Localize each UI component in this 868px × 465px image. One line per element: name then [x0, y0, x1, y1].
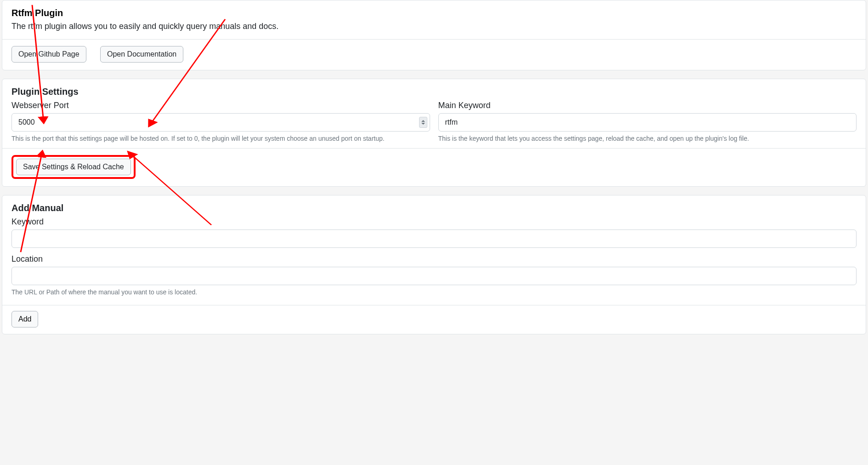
add-manual-location-input[interactable] — [11, 267, 857, 285]
plugin-title: Rtfm Plugin — [11, 8, 857, 18]
chevron-up-icon — [421, 120, 425, 122]
annotation-highlight-box: Save Settings & Reload Cache — [11, 155, 136, 179]
plugin-subtitle: The rtfm plugin allows you to easily and… — [11, 20, 857, 33]
plugin-header-card: Rtfm Plugin The rtfm plugin allows you t… — [2, 0, 866, 70]
main-keyword-help: This is the keyword that lets you access… — [438, 134, 857, 144]
webserver-port-help: This is the port that this settings page… — [11, 134, 430, 144]
open-documentation-button[interactable]: Open Documentation — [100, 46, 183, 63]
chevron-down-icon — [421, 123, 425, 125]
save-settings-button[interactable]: Save Settings & Reload Cache — [16, 159, 131, 175]
webserver-port-input[interactable] — [11, 113, 430, 132]
webserver-port-label: Webserver Port — [11, 101, 430, 110]
plugin-settings-title: Plugin Settings — [11, 86, 857, 97]
main-keyword-input[interactable] — [438, 113, 857, 132]
add-button[interactable]: Add — [11, 311, 38, 327]
main-keyword-label: Main Keyword — [438, 101, 857, 110]
add-manual-location-label: Location — [11, 254, 857, 264]
open-github-button[interactable]: Open Github Page — [11, 46, 86, 63]
add-manual-location-help: The URL or Path of where the manual you … — [11, 288, 857, 297]
add-manual-title: Add Manual — [11, 203, 857, 213]
add-manual-keyword-label: Keyword — [11, 217, 857, 227]
add-manual-card: Add Manual Keyword Location The URL or P… — [2, 195, 866, 335]
add-manual-keyword-input[interactable] — [11, 230, 857, 248]
webserver-port-spinner[interactable] — [419, 117, 427, 128]
plugin-settings-card: Plugin Settings Webserver Port This is t… — [2, 79, 866, 187]
